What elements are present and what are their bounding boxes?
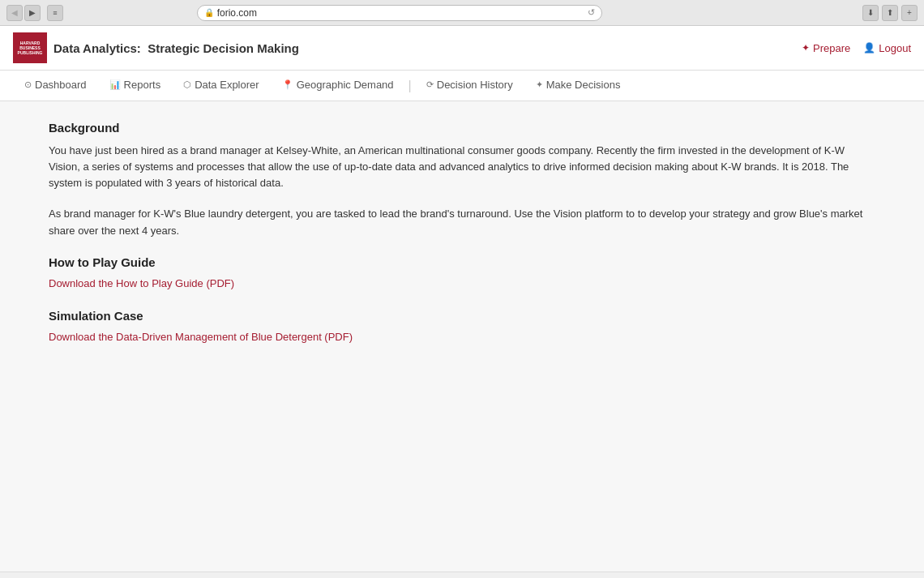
browser-nav-buttons: ◀ ▶: [6, 5, 41, 21]
browser-actions: ⬇ ⬆ +: [862, 5, 918, 21]
nav-item-dashboard[interactable]: ⊙ Dashboard: [13, 71, 98, 101]
reload-button[interactable]: ↺: [588, 7, 595, 18]
url-text: forio.com: [217, 7, 257, 19]
logo-area: HARVARD BUSINESS PUBLISHING Data Analyti…: [13, 32, 299, 63]
lock-icon: 🔒: [204, 8, 214, 17]
simulation-case-section: Simulation Case Download the Data-Driven…: [49, 309, 875, 346]
nav-item-data-explorer-label: Data Explorer: [195, 79, 259, 91]
background-section: Background You have just been hired as a…: [49, 121, 875, 239]
nav-item-reports[interactable]: 📊 Reports: [98, 71, 173, 101]
how-to-play-title: How to Play Guide: [49, 255, 875, 269]
geographic-demand-icon: 📍: [282, 79, 293, 90]
reports-icon: 📊: [109, 79, 121, 90]
download-button[interactable]: ⬇: [862, 5, 879, 21]
simulation-case-link[interactable]: Download the Data-Driven Management of B…: [49, 331, 353, 343]
share-button[interactable]: ⬆: [882, 5, 898, 21]
logout-button[interactable]: 👤 Logout: [863, 42, 911, 54]
header-app-title: Strategic Decision Making: [148, 41, 299, 55]
nav-item-reports-label: Reports: [124, 79, 161, 91]
logout-icon: 👤: [863, 42, 875, 54]
nav-item-geographic-demand-label: Geographic Demand: [297, 79, 394, 91]
nav-separator: |: [405, 79, 415, 93]
nav-item-make-decisions-label: Make Decisions: [546, 79, 621, 91]
prepare-label: Prepare: [813, 42, 850, 54]
nav-item-data-explorer[interactable]: ⬡ Data Explorer: [172, 71, 270, 101]
back-button[interactable]: ◀: [6, 5, 23, 21]
forward-button[interactable]: ▶: [24, 5, 41, 21]
prepare-icon: ✦: [802, 42, 810, 54]
header-prefix: Data Analytics:: [53, 41, 141, 55]
app-nav: ⊙ Dashboard 📊 Reports ⬡ Data Explorer 📍 …: [0, 71, 924, 101]
address-bar[interactable]: 🔒 forio.com ↺: [197, 5, 602, 21]
how-to-play-section: How to Play Guide Download the How to Pl…: [49, 255, 875, 293]
logout-label: Logout: [879, 42, 911, 54]
nav-item-decision-history[interactable]: ⟳ Decision History: [415, 71, 524, 101]
nav-item-dashboard-label: Dashboard: [35, 79, 87, 91]
prepare-button[interactable]: ✦ Prepare: [802, 42, 850, 54]
nav-item-make-decisions[interactable]: ✦ Make Decisions: [524, 71, 632, 101]
tab-overview-button[interactable]: ≡: [47, 5, 63, 21]
background-body2: As brand manager for K-W's Blue laundry …: [49, 206, 875, 238]
background-body1: You have just been hired as a brand mana…: [49, 143, 875, 191]
app-header: HARVARD BUSINESS PUBLISHING Data Analyti…: [0, 26, 924, 71]
header-left: HARVARD BUSINESS PUBLISHING Data Analyti…: [13, 32, 299, 63]
new-tab-button[interactable]: +: [901, 5, 918, 21]
app-content: Background You have just been hired as a…: [0, 101, 924, 572]
nav-item-geographic-demand[interactable]: 📍 Geographic Demand: [271, 71, 405, 101]
header-title: Data Analytics: Strategic Decision Makin…: [53, 41, 299, 55]
header-right: ✦ Prepare 👤 Logout: [802, 42, 911, 54]
app-footer: ©2015 Harvard Business School Publishing…: [0, 572, 924, 578]
browser-chrome: ◀ ▶ ≡ 🔒 forio.com ↺ ⬇ ⬆ +: [0, 0, 924, 26]
app-wrapper: HARVARD BUSINESS PUBLISHING Data Analyti…: [0, 26, 924, 578]
how-to-play-link[interactable]: Download the How to Play Guide (PDF): [49, 277, 234, 289]
dashboard-icon: ⊙: [24, 79, 32, 90]
data-explorer-icon: ⬡: [183, 79, 191, 90]
nav-item-decision-history-label: Decision History: [437, 79, 513, 91]
background-title: Background: [49, 121, 875, 135]
make-decisions-icon: ✦: [536, 79, 543, 90]
decision-history-icon: ⟳: [426, 79, 434, 90]
logo-line3: PUBLISHING: [18, 50, 43, 55]
simulation-case-title: Simulation Case: [49, 309, 875, 323]
harvard-logo: HARVARD BUSINESS PUBLISHING: [13, 32, 47, 63]
